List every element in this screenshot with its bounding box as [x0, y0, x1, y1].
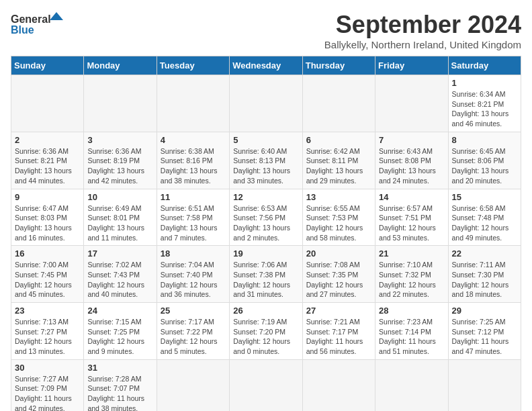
day-number: 27: [306, 306, 371, 316]
day-info: Sunrise: 7:27 AM Sunset: 7:09 PM Dayligh…: [15, 374, 80, 411]
col-sunday: Sunday: [11, 56, 84, 75]
day-info: Sunrise: 6:47 AM Sunset: 8:03 PM Dayligh…: [15, 203, 80, 243]
day-info: Sunrise: 6:43 AM Sunset: 8:08 PM Dayligh…: [379, 146, 444, 186]
day-number: 10: [87, 192, 152, 202]
calendar-cell: 16Sunrise: 7:00 AM Sunset: 7:45 PM Dayli…: [11, 246, 84, 303]
day-number: 28: [379, 306, 444, 316]
calendar-cell: [230, 75, 302, 132]
day-number: 26: [233, 306, 298, 316]
svg-marker-2: [50, 12, 63, 20]
day-number: 5: [233, 135, 298, 145]
calendar-cell: 23Sunrise: 7:13 AM Sunset: 7:27 PM Dayli…: [11, 303, 84, 360]
calendar-cell: 28Sunrise: 7:23 AM Sunset: 7:14 PM Dayli…: [375, 303, 448, 360]
day-info: Sunrise: 7:23 AM Sunset: 7:14 PM Dayligh…: [379, 317, 444, 357]
calendar-cell: 12Sunrise: 6:53 AM Sunset: 7:56 PM Dayli…: [230, 189, 302, 246]
day-number: 4: [161, 135, 226, 145]
day-info: Sunrise: 7:00 AM Sunset: 7:45 PM Dayligh…: [15, 260, 80, 300]
calendar-header-row: Sunday Monday Tuesday Wednesday Thursday…: [11, 56, 521, 75]
calendar-cell: 14Sunrise: 6:57 AM Sunset: 7:51 PM Dayli…: [375, 189, 448, 246]
day-info: Sunrise: 7:19 AM Sunset: 7:20 PM Dayligh…: [233, 317, 298, 357]
calendar-cell: 30Sunrise: 7:27 AM Sunset: 7:09 PM Dayli…: [11, 359, 84, 411]
calendar-cell: 20Sunrise: 7:08 AM Sunset: 7:35 PM Dayli…: [302, 246, 375, 303]
calendar-cell: 29Sunrise: 7:25 AM Sunset: 7:12 PM Dayli…: [448, 303, 521, 360]
day-number: 8: [452, 135, 517, 145]
calendar-cell: [157, 75, 229, 132]
calendar-cell: [230, 359, 302, 411]
calendar-cell: 7Sunrise: 6:43 AM Sunset: 8:08 PM Daylig…: [375, 132, 448, 189]
svg-text:General: General: [11, 13, 51, 25]
calendar-cell: [302, 359, 375, 411]
week-row-6: 30Sunrise: 7:27 AM Sunset: 7:09 PM Dayli…: [11, 359, 521, 411]
col-thursday: Thursday: [302, 56, 375, 75]
day-info: Sunrise: 6:49 AM Sunset: 8:01 PM Dayligh…: [87, 203, 152, 243]
day-number: 29: [452, 306, 517, 316]
calendar-cell: [375, 359, 448, 411]
month-title: September 2024: [324, 11, 521, 39]
calendar-table: Sunday Monday Tuesday Wednesday Thursday…: [11, 56, 521, 411]
logo-icon: General Blue: [11, 11, 64, 38]
calendar-cell: 13Sunrise: 6:55 AM Sunset: 7:53 PM Dayli…: [302, 189, 375, 246]
logo: General Blue: [11, 11, 64, 38]
svg-text:Blue: Blue: [11, 24, 34, 36]
day-number: 12: [233, 192, 298, 202]
calendar-cell: [302, 75, 375, 132]
day-number: 17: [87, 248, 152, 259]
title-block: September 2024 Ballykelly, Northern Irel…: [324, 11, 521, 50]
day-number: 15: [452, 192, 517, 202]
day-info: Sunrise: 6:36 AM Sunset: 8:19 PM Dayligh…: [87, 146, 152, 186]
calendar-cell: 26Sunrise: 7:19 AM Sunset: 7:20 PM Dayli…: [230, 303, 302, 360]
day-info: Sunrise: 6:45 AM Sunset: 8:06 PM Dayligh…: [452, 146, 517, 186]
calendar-cell: 31Sunrise: 7:28 AM Sunset: 7:07 PM Dayli…: [84, 359, 157, 411]
day-number: 3: [87, 135, 152, 145]
day-number: 23: [15, 306, 80, 316]
day-info: Sunrise: 6:51 AM Sunset: 7:58 PM Dayligh…: [161, 203, 226, 243]
day-info: Sunrise: 7:28 AM Sunset: 7:07 PM Dayligh…: [87, 374, 152, 411]
day-info: Sunrise: 6:42 AM Sunset: 8:11 PM Dayligh…: [306, 146, 371, 186]
week-row-1: 1Sunrise: 6:34 AM Sunset: 8:21 PM Daylig…: [11, 75, 521, 132]
location: Ballykelly, Northern Ireland, United Kin…: [324, 39, 521, 50]
col-tuesday: Tuesday: [157, 56, 229, 75]
day-info: Sunrise: 6:55 AM Sunset: 7:53 PM Dayligh…: [306, 203, 371, 243]
col-wednesday: Wednesday: [230, 56, 302, 75]
day-info: Sunrise: 6:36 AM Sunset: 8:21 PM Dayligh…: [15, 146, 80, 186]
week-row-4: 16Sunrise: 7:00 AM Sunset: 7:45 PM Dayli…: [11, 246, 521, 303]
col-saturday: Saturday: [448, 56, 521, 75]
day-number: 30: [15, 363, 80, 373]
day-info: Sunrise: 7:06 AM Sunset: 7:38 PM Dayligh…: [233, 260, 298, 300]
day-number: 9: [15, 192, 80, 202]
day-info: Sunrise: 6:57 AM Sunset: 7:51 PM Dayligh…: [379, 203, 444, 243]
col-monday: Monday: [84, 56, 157, 75]
calendar-cell: 27Sunrise: 7:21 AM Sunset: 7:17 PM Dayli…: [302, 303, 375, 360]
calendar-cell: [84, 75, 157, 132]
day-number: 14: [379, 192, 444, 202]
day-number: 1: [452, 78, 517, 88]
calendar-cell: 4Sunrise: 6:38 AM Sunset: 8:16 PM Daylig…: [157, 132, 229, 189]
day-info: Sunrise: 7:04 AM Sunset: 7:40 PM Dayligh…: [161, 260, 226, 300]
calendar-cell: 10Sunrise: 6:49 AM Sunset: 8:01 PM Dayli…: [84, 189, 157, 246]
day-number: 11: [161, 192, 226, 202]
day-number: 25: [161, 306, 226, 316]
day-info: Sunrise: 7:02 AM Sunset: 7:43 PM Dayligh…: [87, 260, 152, 300]
week-row-2: 2Sunrise: 6:36 AM Sunset: 8:21 PM Daylig…: [11, 132, 521, 189]
page-header: General Blue September 2024 Ballykelly, …: [11, 11, 521, 50]
calendar-cell: 8Sunrise: 6:45 AM Sunset: 8:06 PM Daylig…: [448, 132, 521, 189]
calendar-cell: 6Sunrise: 6:42 AM Sunset: 8:11 PM Daylig…: [302, 132, 375, 189]
day-info: Sunrise: 6:34 AM Sunset: 8:21 PM Dayligh…: [452, 89, 517, 129]
calendar-cell: 24Sunrise: 7:15 AM Sunset: 7:25 PM Dayli…: [84, 303, 157, 360]
day-info: Sunrise: 7:15 AM Sunset: 7:25 PM Dayligh…: [87, 317, 152, 357]
calendar-cell: [375, 75, 448, 132]
day-number: 13: [306, 192, 371, 202]
calendar-cell: 3Sunrise: 6:36 AM Sunset: 8:19 PM Daylig…: [84, 132, 157, 189]
day-number: 21: [379, 248, 444, 259]
week-row-3: 9Sunrise: 6:47 AM Sunset: 8:03 PM Daylig…: [11, 189, 521, 246]
day-number: 20: [306, 248, 371, 259]
day-info: Sunrise: 7:13 AM Sunset: 7:27 PM Dayligh…: [15, 317, 80, 357]
calendar-cell: 18Sunrise: 7:04 AM Sunset: 7:40 PM Dayli…: [157, 246, 229, 303]
calendar-cell: 1Sunrise: 6:34 AM Sunset: 8:21 PM Daylig…: [448, 75, 521, 132]
calendar-cell: 17Sunrise: 7:02 AM Sunset: 7:43 PM Dayli…: [84, 246, 157, 303]
day-number: 16: [15, 248, 80, 259]
day-number: 24: [87, 306, 152, 316]
week-row-5: 23Sunrise: 7:13 AM Sunset: 7:27 PM Dayli…: [11, 303, 521, 360]
calendar-cell: 2Sunrise: 6:36 AM Sunset: 8:21 PM Daylig…: [11, 132, 84, 189]
day-info: Sunrise: 6:53 AM Sunset: 7:56 PM Dayligh…: [233, 203, 298, 243]
